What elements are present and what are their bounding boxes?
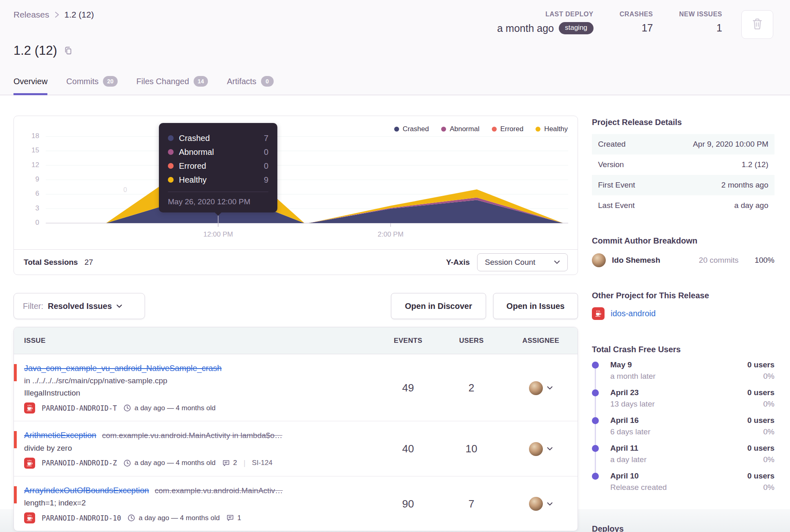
stat-value-text: 17 (642, 22, 653, 34)
column-header-issue: ISSUE (14, 337, 377, 345)
chevron-down-icon (116, 304, 122, 308)
crash-free-caption: a month later (610, 372, 656, 381)
delete-release-button[interactable] (741, 10, 773, 39)
crash-free-line2: a day later0% (610, 455, 774, 464)
tab-commits[interactable]: Commits20 (66, 76, 117, 95)
crash-free-line2: Release created0% (610, 483, 774, 492)
assignee-dropdown[interactable] (504, 485, 578, 524)
tooltip-series-value: 0 (264, 161, 268, 171)
timeline-dot (592, 445, 599, 452)
commit-author-row: Ido Shemesh20 commits100% (592, 253, 774, 267)
issue-age: a day ago — 4 months old (123, 459, 215, 467)
crash-free-line1: April 100 users (610, 472, 774, 481)
issue-culprit: com.example.vu.android.MainActivity in l… (102, 431, 282, 440)
tooltip-series-dot (168, 149, 174, 155)
project-name: idos-android (611, 309, 656, 318)
breadcrumb-releases-link[interactable]: Releases (13, 10, 49, 20)
yaxis-label: Y-Axis (446, 258, 470, 267)
legend-item-healthy[interactable]: Healthy (536, 125, 568, 133)
issue-row: Java_com_example_vu_android_NativeSample… (14, 354, 578, 421)
breadcrumb: Releases 1.2 (12) (13, 10, 94, 20)
issue-meta: PARANOID-ANDROID-10a day ago — 4 months … (24, 512, 373, 523)
legend-item-crashed[interactable]: Crashed (394, 125, 429, 133)
assignee-dropdown[interactable] (504, 362, 578, 414)
issue-users-count: 2 (439, 362, 504, 414)
tooltip-series-label: Healthy (179, 175, 207, 185)
unhandled-indicator (14, 486, 17, 503)
tab-count-badge: 20 (103, 76, 118, 87)
tab-files-changed[interactable]: Files Changed14 (136, 76, 208, 95)
project-icon (24, 402, 35, 414)
author-avatar (592, 253, 606, 267)
crash-free-date: May 9 (610, 360, 632, 369)
tab-overview[interactable]: Overview (13, 76, 47, 95)
tooltip-series-label: Crashed (179, 134, 210, 143)
issue-events-count: 90 (377, 485, 439, 524)
tab-count-badge: 0 (261, 76, 274, 87)
tooltip-series-dot (168, 163, 174, 169)
crash-free-percent: 0% (763, 483, 774, 492)
legend-label: Abnormal (450, 125, 480, 133)
crash-free-percent: 0% (763, 455, 774, 464)
other-project-list: idos-android (592, 307, 774, 320)
comment-count[interactable]: 2 (222, 459, 237, 467)
unhandled-indicator (14, 431, 17, 448)
chart-canvas (14, 116, 578, 250)
detail-label: Version (598, 160, 624, 169)
copy-icon[interactable] (64, 46, 73, 56)
assignee-dropdown[interactable] (504, 429, 578, 469)
legend-dot (441, 127, 446, 132)
crash-free-percent: 0% (763, 372, 774, 381)
issues-table: ISSUE EVENTS USERS ASSIGNEE Java_com_exa… (13, 327, 578, 531)
clock-icon (123, 404, 131, 412)
crash-free-line2: 13 days later0% (610, 400, 774, 409)
chevron-down-icon (554, 260, 560, 264)
trash-icon (752, 18, 763, 32)
tooltip-series-dot (168, 135, 174, 141)
issue-row: ArrayIndexOutOfBoundsExceptioncom.exampl… (14, 476, 578, 531)
stat-value: 1 (679, 22, 722, 34)
yaxis-select-dropdown[interactable]: Session Count (477, 253, 568, 271)
sessions-chart[interactable]: CrashedAbnormalErroredHealthy 0369121518… (14, 116, 578, 250)
column-header-users: USERS (439, 337, 504, 345)
crash-free-line2: a month later0% (610, 372, 774, 381)
tab-label: Overview (13, 77, 47, 86)
timeline-dot (592, 389, 599, 396)
issue-meta: PARANOID-ANDROID-Ta day ago — 4 months o… (24, 402, 373, 414)
y-tick-label: 18 (14, 132, 39, 140)
crash-free-item: April 100 usersRelease created0% (592, 472, 774, 499)
detail-label: Last Event (598, 201, 635, 210)
x-tick-label: 12:00 PM (203, 230, 233, 239)
comment-count-value: 2 (233, 459, 237, 467)
legend-item-errored[interactable]: Errored (492, 125, 524, 133)
issue-age-text: a day ago — 4 months old (134, 459, 215, 467)
legend-dot (394, 127, 399, 132)
open-in-issues-button[interactable]: Open in Issues (493, 293, 578, 319)
issue-title-link[interactable]: Java_com_example_vu_android_NativeSample… (24, 364, 222, 373)
issue-title-link[interactable]: ArithmeticException (24, 431, 96, 440)
tab-artifacts[interactable]: Artifacts0 (227, 76, 273, 95)
issue-message: length=1; index=2 (24, 498, 373, 507)
header-stat-last-deploy: LAST DEPLOYa month agostaging (497, 11, 594, 34)
legend-item-abnormal[interactable]: Abnormal (441, 125, 480, 133)
total-sessions-label: Total Sessions (24, 258, 78, 267)
legend-dot (536, 127, 540, 132)
crash-free-item: April 160 users6 days later0% (592, 416, 774, 444)
crash-free-line1: April 160 users (610, 416, 774, 425)
chart-stray-zero-label: 0 (123, 186, 127, 194)
meta-divider: | (243, 459, 245, 467)
x-tick-label: 2:00 PM (378, 230, 404, 239)
issue-title-link[interactable]: ArrayIndexOutOfBoundsException (24, 486, 149, 495)
other-project-link[interactable]: idos-android (592, 307, 774, 320)
detail-label: Created (598, 140, 626, 149)
chevron-right-icon (54, 11, 60, 19)
detail-row-first-event: First Event2 months ago (592, 175, 774, 195)
comment-icon (222, 459, 230, 467)
comment-count[interactable]: 1 (226, 514, 241, 522)
issues-filter-dropdown[interactable]: Filter: Resolved Issues (13, 293, 145, 319)
detail-row-last-event: Last Eventa day ago (592, 195, 774, 216)
author-percent: 100% (753, 256, 774, 265)
crash-free-users: 0 users (747, 444, 774, 453)
tooltip-row-abnormal: Abnormal0 (168, 145, 268, 159)
open-in-discover-button[interactable]: Open in Discover (391, 293, 486, 319)
